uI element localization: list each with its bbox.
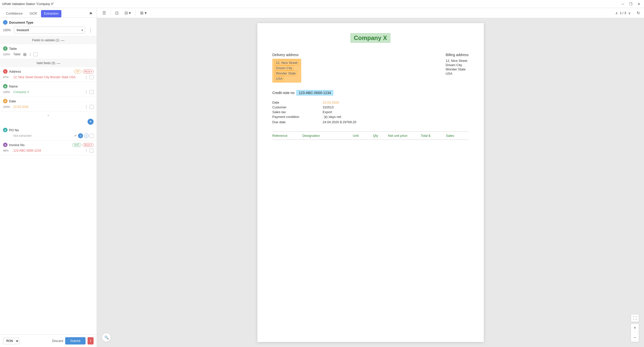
field-invoiceno-actions: ⋮ [84, 148, 94, 153]
close-button[interactable]: ✕ [636, 2, 642, 7]
refresh-button[interactable]: ↻ [637, 11, 640, 15]
credit-note-label: Credit note no [272, 91, 295, 95]
doc-type-select[interactable]: InvoiceX Invoice Credit Note [14, 27, 85, 33]
field-pono-label: PO No [9, 128, 94, 132]
field-item-pono: q PO No Not extracted ↶ + + [0, 126, 97, 141]
app-container: Confidence OCR Extraction ⚑ ○ Document T… [0, 8, 644, 347]
page-up-button[interactable]: ∧ [615, 11, 618, 15]
filter-icon: ⚑ [89, 12, 93, 16]
company-name: Company X [350, 33, 390, 43]
field-date-checkbox[interactable] [90, 105, 94, 109]
tab-ocr[interactable]: OCR [27, 10, 40, 17]
window-controls: ─ ❐ ✕ [620, 2, 642, 7]
billing-address-title: Billing address [446, 53, 468, 57]
addresses-section: Delivery address 12, Nice Street Dream C… [272, 53, 469, 82]
page-down-button[interactable]: ∨ [628, 11, 631, 15]
delivery-addr-line2: Dream City [275, 65, 294, 71]
toolbar-sep-1 [110, 11, 111, 16]
field-date-value: 22.03.2020 [13, 105, 83, 109]
discard-button[interactable]: Discard [52, 339, 63, 343]
expand-button[interactable]: ⌄ [0, 112, 97, 118]
table-grid-icon: ⊞ [23, 52, 26, 57]
field-name-value-row: 100% Company X ⋮ [3, 90, 94, 95]
zoom-out-button[interactable]: − [631, 333, 639, 342]
field-name-menu-button[interactable]: ⋮ [84, 90, 89, 95]
field-table-actions: ⋮ [28, 52, 37, 57]
field-address-confidence: 97% [3, 76, 12, 79]
field-item-table: I Table 100% Table ⊞ ⋮ [0, 44, 97, 59]
toolbar-zoom-button[interactable]: ⊟ ▾ [123, 10, 132, 16]
field-invoiceno-value: 123-ABC-0000-1234 [13, 149, 83, 152]
field-address-header: r Address OR Must ▾ [3, 69, 94, 74]
app-title: UiPath Validation Station "Company X" [2, 2, 54, 6]
doc-type-header: ○ Document Type [3, 20, 94, 25]
field-address-badge: r [3, 69, 8, 74]
tab-extraction[interactable]: Extraction [41, 10, 62, 17]
billing-addr-line2: Dream City [446, 63, 468, 67]
table-header-reference: Reference [272, 134, 303, 138]
fields-section: Fields to validate (1) — I Table 100% Ta… [0, 36, 97, 334]
field-pono-checkbox[interactable] [90, 134, 94, 138]
valid-fields-header: Valid fields (5) — [0, 59, 97, 67]
restore-button[interactable]: ❐ [628, 2, 634, 7]
company-name-section: Company X [272, 33, 469, 43]
field-pono-undo-button[interactable]: ↶ [74, 134, 77, 138]
billing-addr-line1: 12, Nice Street [446, 59, 468, 63]
document-page: Company X Delivery address 12, Nice Stre… [257, 23, 484, 342]
toolbar-menu-button[interactable]: ☰ [101, 10, 107, 16]
field-invoiceno-label: Invoice No [9, 143, 71, 147]
doc-type-label: Document Type [9, 21, 33, 24]
field-invoiceno-menu-button[interactable]: ⋮ [84, 148, 89, 153]
table-header-net-unit-price: Net unit price [388, 134, 421, 138]
field-invoiceno-and-tag: AND [72, 143, 81, 147]
fields-to-validate-label: Fields to validate (1) [32, 38, 59, 42]
field-pono-value-row: Not extracted ↶ + + [3, 133, 94, 138]
field-date-confidence: 100% [3, 105, 12, 108]
filter-button[interactable]: ⚑ [88, 10, 94, 17]
currency-select[interactable]: RON USD EUR [3, 338, 19, 344]
zoom-in-button[interactable]: + [631, 324, 639, 332]
field-pono-actions: ↶ + + [74, 133, 94, 138]
field-pono-add-button[interactable]: + [78, 133, 83, 138]
doc-type-select-wrap: InvoiceX Invoice Credit Note ▾ [14, 27, 85, 33]
field-table-checkbox[interactable] [33, 52, 37, 56]
fullscreen-button[interactable]: ⛶ [631, 314, 639, 322]
toolbar-view-button[interactable]: ⊞ ▾ [139, 10, 148, 16]
field-name-checkbox[interactable] [90, 90, 94, 94]
search-overlay-button[interactable]: 🔍 [102, 333, 111, 342]
field-address-menu-button[interactable]: ⋮ [84, 75, 89, 80]
info-row-salestax: Sales tax Export [272, 110, 469, 114]
field-name-label: Name [9, 84, 94, 88]
field-address-checkbox[interactable] [90, 75, 94, 79]
delivery-address-highlighted: 12, Nice Street Dream City Wonder State … [272, 59, 301, 82]
delivery-address-block: Delivery address 12, Nice Street Dream C… [272, 53, 301, 82]
delivery-address-title: Delivery address [272, 53, 301, 57]
add-row-container: + [0, 118, 97, 126]
collapse-icon: — [61, 38, 64, 42]
alert-button[interactable]: ! [88, 337, 94, 344]
field-pono-plus-button[interactable]: + [84, 134, 89, 138]
field-address-or-tag: OR [74, 70, 81, 73]
info-value-payment-2: days net [329, 115, 341, 119]
field-invoiceno-must-tag: Must ▾ [83, 143, 94, 147]
page-navigation: ∧ 1 / 3 ∨ [615, 11, 631, 15]
tab-confidence[interactable]: Confidence [3, 10, 26, 17]
field-address-actions: ⋮ [84, 75, 94, 80]
field-table-value-row: 100% Table ⊞ ⋮ [3, 52, 94, 57]
add-field-button[interactable]: + [88, 119, 94, 125]
field-table-menu-button[interactable]: ⋮ [28, 52, 32, 57]
field-date-menu-button[interactable]: ⋮ [84, 104, 89, 109]
field-table-confidence: 100% [3, 53, 12, 56]
toolbar-fit-button[interactable]: ⊡ [114, 10, 120, 16]
info-value-payment: 30 [323, 115, 329, 119]
minimize-button[interactable]: ─ [620, 2, 626, 7]
page-info: 1 / 3 [620, 11, 626, 15]
submit-button[interactable]: Submit [65, 337, 85, 344]
field-table-name: Table [9, 47, 94, 51]
doc-confidence: 100% [3, 28, 12, 32]
field-invoiceno-checkbox[interactable] [90, 149, 94, 153]
doc-type-menu-button[interactable]: ⋮ [87, 27, 94, 33]
confidence-row: 100% InvoiceX Invoice Credit Note ▾ ⋮ [3, 27, 94, 33]
info-label-salestax: Sales tax [272, 110, 323, 114]
field-invoiceno-header: v Invoice No AND Must ▾ [3, 143, 94, 147]
